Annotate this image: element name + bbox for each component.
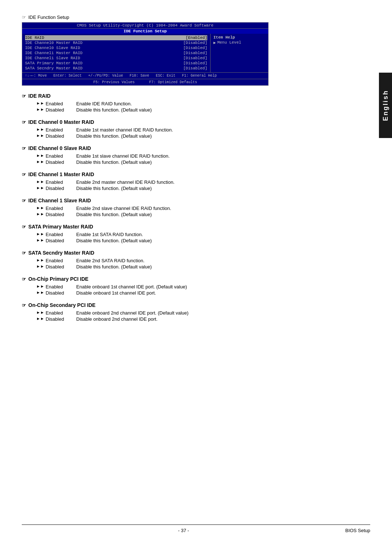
cursor-icon: ☞: [22, 93, 26, 99]
option-desc: Disable this function. (Default value): [76, 212, 334, 217]
section-title-ide-ch0-master: IDE Channel 0 Master RAID: [28, 119, 94, 125]
section-title-onchip-primary: On-Chip Primary PCI IDE: [28, 276, 89, 282]
option-row: ►► Enabled Enable IDE RAID function.: [36, 101, 334, 106]
option-desc: Disable this function. (Default value): [76, 133, 334, 139]
bios-menu-item-value: [Disabled]: [183, 56, 207, 60]
option-key: ►► Disabled: [36, 186, 76, 191]
bios-box: CMOS Setup Utility-Copyright (C) 1984-20…: [22, 22, 269, 86]
section-title-onchip-secondary: On-Chip Secondary PCI IDE: [28, 302, 95, 308]
bios-help-subtitle-text: Menu Level: [217, 40, 241, 45]
bios-menu-row: IDE Channel1 Master RAID[Disabled]: [25, 50, 207, 56]
arrow-icon: ►►: [36, 316, 44, 321]
option-desc: Disable this function. (Default value): [76, 238, 334, 243]
bios-menu-row: IDE Channel0 Master RAID[Disabled]: [25, 40, 207, 45]
side-tab-label: English: [382, 90, 389, 121]
side-tab: English: [379, 73, 392, 138]
bios-title-line1: CMOS Setup Utility-Copyright (C) 1984-20…: [77, 23, 213, 28]
bios-title-bar: CMOS Setup Utility-Copyright (C) 1984-20…: [22, 23, 268, 29]
option-key-label: Enabled: [46, 232, 63, 237]
bios-menu-item-label: IDE Channel1 Slave RAID: [25, 56, 176, 60]
arrow-icon: ►►: [36, 258, 44, 262]
bios-title-line2: IDE Function Setup: [124, 29, 167, 33]
arrow-icon: ►►: [36, 107, 44, 112]
section-onchip-primary: ☞On-Chip Primary PCI IDE ►► Enabled Enab…: [22, 276, 334, 296]
option-key: ►► Enabled: [36, 153, 76, 159]
bios-help-title: Item Help: [213, 35, 265, 40]
cursor-icon: ☞: [22, 15, 26, 20]
section-heading-onchip-primary: ☞On-Chip Primary PCI IDE: [22, 276, 334, 282]
option-key-label: Disabled: [46, 107, 64, 113]
arrow-icon: ►►: [36, 290, 44, 295]
option-key: ►► Enabled: [36, 258, 76, 263]
section-ide-ch1-master: ☞IDE Channel 1 Master RAID ►► Enabled En…: [22, 171, 334, 191]
arrow-icon: ►►: [36, 310, 44, 315]
bios-menu-item-value: [Disabled]: [183, 51, 207, 55]
option-row: ►► Disabled Disable this function. (Defa…: [36, 264, 334, 270]
option-table-onchip-secondary: ►► Enabled Enable onboard 2nd channel ID…: [36, 310, 334, 322]
option-table-ide-ch1-master: ►► Enabled Enable 2nd master channel IDE…: [36, 179, 334, 191]
option-table-sata-primary: ►► Enabled Enable 1st SATA RAID function…: [36, 232, 334, 243]
section-title-ide-ch0-slave: IDE Channel 0 Slave RAID: [28, 145, 91, 151]
arrow-icon: ►►: [36, 238, 44, 242]
section-title-ide-ch1-slave: IDE Channel 1 Slave RAID: [28, 198, 91, 203]
option-desc: Enable onboard 2nd channel IDE port. (De…: [76, 310, 334, 316]
section-heading-ide-ch1-master: ☞IDE Channel 1 Master RAID: [22, 171, 334, 177]
option-row: ►► Enabled Enable 2nd master channel IDE…: [36, 179, 334, 185]
bios-menu-item-value: [Disabled]: [183, 61, 207, 65]
option-desc: Disable this function. (Default value): [76, 107, 334, 113]
section-onchip-secondary: ☞On-Chip Secondary PCI IDE ►► Enabled En…: [22, 302, 334, 322]
option-row: ►► Disabled Disable this function. (Defa…: [36, 212, 334, 217]
option-row: ►► Disabled Disable onboard 2nd channel …: [36, 316, 334, 322]
option-key: ►► Disabled: [36, 212, 76, 217]
section-title-sata-primary: SATA Primary Master RAID: [28, 224, 93, 230]
option-desc: Disable this function. (Default value): [76, 186, 334, 191]
footer-right-label: BIOS Setup: [345, 528, 370, 533]
arrow-icon: ►►: [36, 179, 44, 184]
option-key: ►► Enabled: [36, 101, 76, 106]
option-key: ►► Disabled: [36, 316, 76, 322]
bios-footer-esc: ESC: Exit: [156, 74, 175, 78]
option-desc: Enable IDE RAID function.: [76, 101, 334, 106]
bios-content: IDE RAID[Enabled]IDE Channel0 Master RAI…: [22, 34, 268, 72]
cursor-icon: ☞: [22, 172, 26, 177]
arrow-icon: ►►: [36, 264, 44, 268]
option-desc: Enable 1st slave channel IDE RAID functi…: [76, 153, 334, 159]
bios-menu-row: IDE Channel1 Slave RAID[Disabled]: [25, 56, 207, 61]
bios-subtitle: IDE Function Setup: [22, 29, 268, 34]
bios-footer-move: ↑↓→←: Move: [25, 74, 47, 78]
option-key: ►► Disabled: [36, 107, 76, 113]
option-row: ►► Disabled Disable this function. (Defa…: [36, 159, 334, 165]
option-desc: Enable onboard 1st channel IDE port. (De…: [76, 284, 334, 289]
option-key: ►► Enabled: [36, 310, 76, 316]
bios-footer-f10: F10: Save: [130, 74, 149, 78]
option-row: ►► Enabled Enable 2nd slave channel IDE …: [36, 206, 334, 211]
section-sata-secndry: ☞SATA Secndry Master RAID ►► Enabled Ena…: [22, 250, 334, 270]
option-key: ►► Enabled: [36, 232, 76, 237]
option-desc: Enable 1st SATA RAID function.: [76, 232, 334, 237]
bios-menu-item-label: IDE Channel0 Master RAID: [25, 41, 176, 45]
section-ide-ch0-slave: ☞IDE Channel 0 Slave RAID ►► Enabled Ena…: [22, 145, 334, 165]
section-heading-sata-primary: ☞SATA Primary Master RAID: [22, 224, 334, 230]
option-row: ►► Disabled Disable this function. (Defa…: [36, 238, 334, 243]
option-desc: Enable 2nd SATA RAID function.: [76, 258, 334, 263]
option-key: ►► Enabled: [36, 127, 76, 133]
option-key-label: Disabled: [46, 316, 64, 322]
option-desc: Enable 2nd slave channel IDE RAID functi…: [76, 206, 334, 211]
section-ide-ch0-master: ☞IDE Channel 0 Master RAID ►► Enabled En…: [22, 119, 334, 139]
option-key: ►► Disabled: [36, 159, 76, 165]
arrow-icon: ►►: [36, 101, 44, 105]
option-key: ►► Disabled: [36, 133, 76, 139]
option-row: ►► Disabled Disable onboard 1st channel …: [36, 290, 334, 296]
section-title-ide-raid: IDE RAID: [28, 93, 50, 99]
option-key-label: Enabled: [46, 310, 63, 316]
option-desc: Disable onboard 2nd channel IDE port.: [76, 316, 334, 322]
cursor-icon: ☞: [22, 303, 26, 308]
bios-menu-row: IDE RAID[Enabled]: [25, 35, 207, 40]
option-row: ►► Enabled Enable 1st SATA RAID function…: [36, 232, 334, 237]
option-key-label: Disabled: [46, 133, 64, 139]
bios-menu-item-value: [Enabled]: [186, 36, 207, 40]
bios-footer-enter: Enter: Select: [53, 74, 82, 78]
option-key-label: Enabled: [46, 127, 63, 133]
section-ide-ch1-slave: ☞IDE Channel 1 Slave RAID ►► Enabled Ena…: [22, 198, 334, 217]
bios-menu-item-label: SATA Secndry Master RAID: [25, 66, 176, 70]
